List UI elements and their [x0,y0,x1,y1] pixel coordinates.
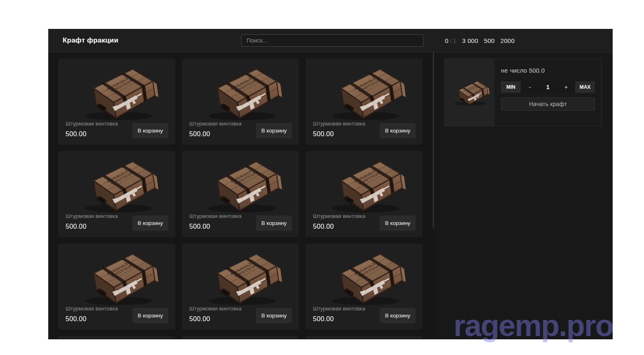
selected-craft-item: не число 500.0 MIN - 1 + MAX Начать краф… [444,59,602,126]
content: Штурмовая винтовка 500.00 В корзину Штур… [48,52,613,339]
item-image [58,151,175,215]
add-to-cart-button[interactable]: В корзину [380,123,416,138]
item-name: Штурмовая винтовка [313,121,365,127]
item-image [306,59,423,123]
item-card[interactable]: Штурмовая винтовка 500.00 В корзину [182,59,299,144]
ammo-crate-icon [322,248,407,308]
item-price: 500.00 [313,223,334,230]
cart-counter-separator: / [450,37,451,44]
item-name: Штурмовая винтовка [189,305,242,312]
resource-value-2: 500 [484,37,495,44]
item-name: Штурмовая винтовка [66,121,118,127]
add-to-cart-button[interactable]: В корзину [256,123,292,138]
item-price: 500.00 [313,130,334,138]
resource-value-1: 3 000 [462,37,478,44]
quantity-min-button[interactable]: MIN [501,81,521,93]
quantity-increment-button[interactable]: + [557,81,575,93]
add-to-cart-button[interactable]: В корзину [380,308,416,323]
add-to-cart-button[interactable]: В корзину [132,215,168,231]
item-name: Штурмовая винтовка [66,305,118,312]
screen: Крафт фракции 0 / 1 3 000 500 2000 Штурм… [0,0,644,355]
header: Крафт фракции 0 / 1 3 000 500 2000 [48,29,613,52]
ammo-crate-icon [198,63,283,123]
ammo-crate-icon [322,155,407,215]
item-name: Штурмовая винтовка [66,213,118,219]
craft-window: Крафт фракции 0 / 1 3 000 500 2000 Штурм… [48,29,613,339]
item-image [182,336,299,339]
add-to-cart-button[interactable]: В корзину [132,308,168,323]
item-image [182,59,299,123]
cart-counter-current: 0 [445,37,449,44]
quantity-value[interactable]: 1 [539,81,557,93]
ammo-crate-icon [198,155,283,215]
selected-item-title: не число 500.0 [501,67,595,74]
item-card[interactable]: Штурмовая винтовка 500.00 В корзину [306,151,423,237]
item-card[interactable]: Штурмовая винтовка 500.00 В корзину [306,59,423,144]
cart-counter: 0 / 1 [445,37,456,44]
search-input[interactable] [241,34,423,47]
item-image [182,244,299,308]
item-price: 500.00 [66,223,87,230]
resource-value-3: 2000 [501,37,515,44]
add-to-cart-button[interactable]: В корзину [256,308,292,323]
item-card[interactable]: Штурмовая винтовка 500.00 В корзину [58,151,175,237]
resources-bar: 0 / 1 3 000 500 2000 [445,29,515,52]
side-panel: не число 500.0 MIN - 1 + MAX Начать краф… [434,52,613,339]
ammo-crate-icon [198,248,283,308]
items-scroll-area: Штурмовая винтовка 500.00 В корзину Штур… [48,52,434,339]
selected-item-image [445,59,494,126]
add-to-cart-button[interactable]: В корзину [380,215,416,231]
item-image [58,336,175,339]
item-price: 500.00 [66,130,87,138]
start-craft-button[interactable]: Начать крафт [501,97,595,111]
item-image [306,336,423,339]
item-card[interactable]: Штурмовая винтовка 500.00 В корзину [182,336,299,339]
items-grid: Штурмовая винтовка 500.00 В корзину Штур… [58,59,424,339]
item-card[interactable]: Штурмовая винтовка 500.00 В корзину [58,244,175,329]
item-name: Штурмовая винтовка [313,305,365,312]
ammo-crate-icon [74,63,159,123]
item-price: 500.00 [189,315,210,323]
item-card[interactable]: Штурмовая винтовка 500.00 В корзину [182,151,299,237]
item-name: Штурмовая винтовка [189,121,242,127]
item-price: 500.00 [189,223,210,230]
item-card[interactable]: Штурмовая винтовка 500.00 В корзину [182,244,299,329]
item-name: Штурмовая винтовка [313,213,365,219]
item-image [182,151,299,215]
item-price: 500.00 [313,315,334,323]
item-image [306,151,423,215]
quantity-decrement-button[interactable]: - [521,81,539,93]
item-card[interactable]: Штурмовая винтовка 500.00 В корзину [306,244,423,329]
craft-controls: не число 500.0 MIN - 1 + MAX Начать краф… [501,59,595,111]
item-price: 500.00 [189,130,210,138]
ammo-crate-icon [322,63,407,123]
item-name: Штурмовая винтовка [189,213,242,219]
item-card[interactable]: Штурмовая винтовка 500.00 В корзину [58,59,175,144]
ammo-crate-icon [449,78,490,107]
add-to-cart-button[interactable]: В корзину [132,123,168,138]
quantity-max-button[interactable]: MAX [575,81,595,93]
cart-counter-total: 1 [453,37,456,44]
item-image [58,244,175,308]
item-card[interactable]: Штурмовая винтовка 500.00 В корзину [58,336,175,339]
item-image [58,59,175,123]
add-to-cart-button[interactable]: В корзину [256,215,292,231]
quantity-mid: - 1 + [521,81,575,93]
item-price: 500.00 [66,315,87,323]
ammo-crate-icon [74,155,159,215]
item-card[interactable]: Штурмовая винтовка 500.00 В корзину [306,336,423,339]
quantity-stepper: MIN - 1 + MAX [501,81,595,93]
page-title: Крафт фракции [63,29,118,52]
ammo-crate-icon [74,248,159,308]
item-image [306,244,423,308]
